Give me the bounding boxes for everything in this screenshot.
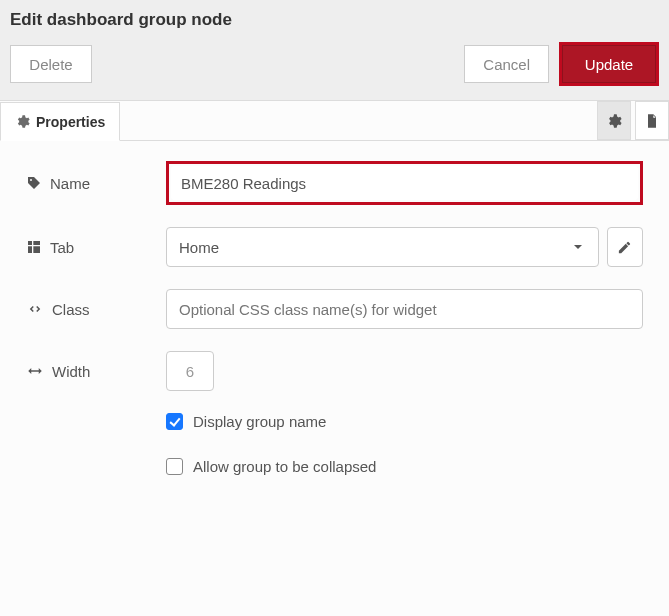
allow-collapse-checkbox[interactable] [166, 458, 183, 475]
row-allow-collapse: Allow group to be collapsed [166, 458, 643, 475]
class-input[interactable] [166, 289, 643, 329]
label-tab: Tab [26, 239, 166, 256]
row-display-group-name: Display group name [166, 413, 643, 430]
grid-icon [26, 239, 42, 255]
tab-bar: Properties [0, 101, 669, 141]
update-button[interactable]: Update [562, 45, 656, 83]
row-name: Name [26, 161, 643, 205]
width-input[interactable] [166, 351, 214, 391]
update-highlight: Update [559, 42, 659, 86]
tab-select[interactable]: Home [166, 227, 599, 267]
cancel-button[interactable]: Cancel [464, 45, 549, 83]
dialog-header: Edit dashboard group node Delete Cancel … [0, 0, 669, 101]
dialog-title: Edit dashboard group node [0, 0, 669, 34]
delete-button[interactable]: Delete [10, 45, 92, 83]
info-button[interactable] [635, 101, 669, 140]
tab-label: Properties [36, 114, 105, 130]
display-group-name-checkbox[interactable] [166, 413, 183, 430]
label-name: Name [26, 175, 166, 192]
settings-button[interactable] [597, 101, 631, 140]
label-class: Class [26, 300, 166, 318]
document-icon [644, 113, 660, 129]
tab-select-value: Home [179, 239, 219, 256]
gear-icon [15, 114, 30, 129]
form-body: Name Tab Home [0, 141, 669, 543]
tag-icon [26, 175, 42, 191]
display-group-name-label: Display group name [193, 413, 326, 430]
gear-icon [606, 113, 622, 129]
name-highlight [166, 161, 643, 205]
dialog-action-bar: Delete Cancel Update [0, 34, 669, 100]
row-class: Class [26, 289, 643, 329]
arrows-h-icon [26, 362, 44, 380]
name-input[interactable] [171, 166, 638, 200]
tab-edit-button[interactable] [607, 227, 643, 267]
code-icon [26, 300, 44, 318]
row-tab: Tab Home [26, 227, 643, 267]
chevron-down-icon [570, 239, 586, 255]
allow-collapse-label: Allow group to be collapsed [193, 458, 376, 475]
tab-properties[interactable]: Properties [0, 102, 120, 141]
row-width: Width [26, 351, 643, 391]
label-width: Width [26, 362, 166, 380]
pencil-icon [617, 240, 632, 255]
